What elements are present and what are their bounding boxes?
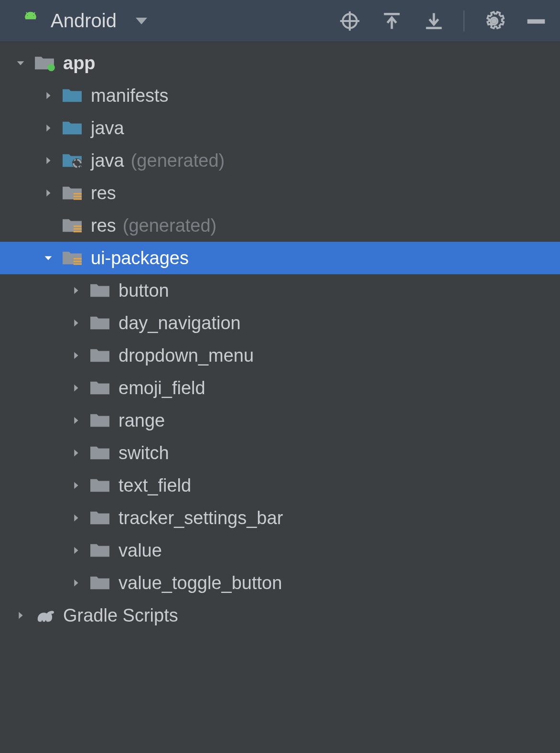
tree-node[interactable]: range bbox=[0, 404, 560, 437]
gradle-icon bbox=[33, 606, 56, 625]
tree-node-suffix: (generated) bbox=[131, 151, 225, 171]
folder-blue-icon bbox=[61, 86, 84, 105]
tree-node-label: java bbox=[91, 118, 124, 139]
tree-node-label: ui-packages bbox=[91, 248, 189, 269]
folder-blue-icon bbox=[61, 118, 84, 138]
folder-gray-icon bbox=[89, 281, 112, 300]
folder-res-icon bbox=[61, 248, 84, 268]
toolbar-separator bbox=[463, 11, 464, 32]
folder-gen-icon bbox=[61, 151, 84, 170]
module-icon bbox=[33, 54, 56, 73]
tree-node[interactable]: res bbox=[0, 177, 560, 209]
tree-node[interactable]: text_field bbox=[0, 469, 560, 502]
svg-rect-9 bbox=[528, 19, 545, 23]
tree-node-label: button bbox=[118, 280, 169, 301]
tree-node[interactable]: java bbox=[0, 112, 560, 144]
chevron-right-icon[interactable] bbox=[70, 447, 82, 459]
gear-icon[interactable] bbox=[484, 11, 505, 32]
folder-res-icon bbox=[61, 183, 84, 203]
tree-node[interactable]: res(generated) bbox=[0, 209, 560, 242]
tree-node-label: text_field bbox=[118, 475, 191, 496]
tree-node-label: range bbox=[118, 410, 165, 431]
tree-node-label: value bbox=[118, 540, 162, 561]
svg-rect-0 bbox=[25, 17, 36, 19]
chevron-right-icon[interactable] bbox=[70, 414, 82, 427]
tree-node[interactable]: value bbox=[0, 534, 560, 567]
hide-icon[interactable] bbox=[526, 11, 547, 32]
chevron-down-icon[interactable] bbox=[14, 57, 27, 69]
tree-node-label: day_navigation bbox=[118, 313, 241, 333]
chevron-right-icon[interactable] bbox=[70, 317, 82, 329]
chevron-right-icon[interactable] bbox=[70, 544, 82, 557]
chevron-right-icon[interactable] bbox=[42, 187, 54, 199]
tree-node[interactable]: Gradle Scripts bbox=[0, 599, 560, 632]
tree-node-label: app bbox=[63, 53, 96, 74]
svg-point-8 bbox=[492, 18, 497, 23]
tree-node[interactable]: value_toggle_button bbox=[0, 567, 560, 599]
view-selector[interactable]: Android bbox=[20, 10, 147, 32]
target-icon[interactable] bbox=[339, 11, 360, 32]
chevron-right-icon[interactable] bbox=[70, 284, 82, 297]
folder-gray-icon bbox=[89, 313, 112, 333]
chevron-right-icon[interactable] bbox=[70, 382, 82, 394]
collapse-all-icon[interactable] bbox=[423, 11, 444, 32]
tree-node[interactable]: button bbox=[0, 274, 560, 307]
chevron-right-icon[interactable] bbox=[70, 512, 82, 524]
tree-node-label: manifests bbox=[91, 86, 169, 106]
chevron-down-icon[interactable] bbox=[42, 252, 54, 264]
tree-node[interactable]: dropdown_menu bbox=[0, 339, 560, 372]
tree-node-label: emoji_field bbox=[118, 378, 205, 398]
view-label: Android bbox=[51, 10, 117, 32]
project-toolbar: Android bbox=[0, 0, 560, 42]
folder-gray-icon bbox=[89, 573, 112, 592]
tree-node-suffix: (generated) bbox=[123, 215, 216, 236]
tree-node[interactable]: ui-packages bbox=[0, 242, 560, 274]
android-icon bbox=[20, 11, 41, 32]
tree-node-label: res bbox=[91, 183, 116, 204]
chevron-right-icon[interactable] bbox=[14, 609, 27, 622]
tree-node[interactable]: tracker_settings_bar bbox=[0, 502, 560, 534]
tree-node[interactable]: app bbox=[0, 47, 560, 79]
chevron-right-icon[interactable] bbox=[70, 577, 82, 589]
expand-all-icon[interactable] bbox=[381, 11, 402, 32]
folder-gray-icon bbox=[89, 541, 112, 560]
folder-gray-icon bbox=[89, 476, 112, 495]
folder-res-icon bbox=[61, 216, 84, 235]
tree-node-label: switch bbox=[118, 443, 169, 463]
tree-node-label: java bbox=[91, 151, 124, 171]
chevron-down-icon bbox=[136, 18, 147, 24]
chevron-right-icon[interactable] bbox=[42, 154, 54, 167]
tree-node-label: res bbox=[91, 215, 116, 236]
tree-node-label: tracker_settings_bar bbox=[118, 508, 283, 528]
chevron-right-icon[interactable] bbox=[70, 479, 82, 492]
chevron-right-icon[interactable] bbox=[42, 122, 54, 134]
tree-node[interactable]: switch bbox=[0, 437, 560, 469]
folder-gray-icon bbox=[89, 346, 112, 365]
chevron-right-icon[interactable] bbox=[42, 89, 54, 102]
tree-node[interactable]: manifests bbox=[0, 79, 560, 112]
tree-node-label: dropdown_menu bbox=[118, 345, 254, 366]
tree-node-label: Gradle Scripts bbox=[63, 605, 178, 626]
tree-node-label: value_toggle_button bbox=[118, 573, 282, 593]
folder-gray-icon bbox=[89, 508, 112, 527]
tree-node[interactable]: java(generated) bbox=[0, 144, 560, 177]
tree-node[interactable]: emoji_field bbox=[0, 372, 560, 404]
project-tree: appmanifestsjavajava(generated)resres(ge… bbox=[0, 42, 560, 632]
folder-gray-icon bbox=[89, 443, 112, 463]
folder-gray-icon bbox=[89, 378, 112, 398]
chevron-right-icon[interactable] bbox=[70, 349, 82, 362]
folder-gray-icon bbox=[89, 411, 112, 430]
tree-node[interactable]: day_navigation bbox=[0, 307, 560, 339]
